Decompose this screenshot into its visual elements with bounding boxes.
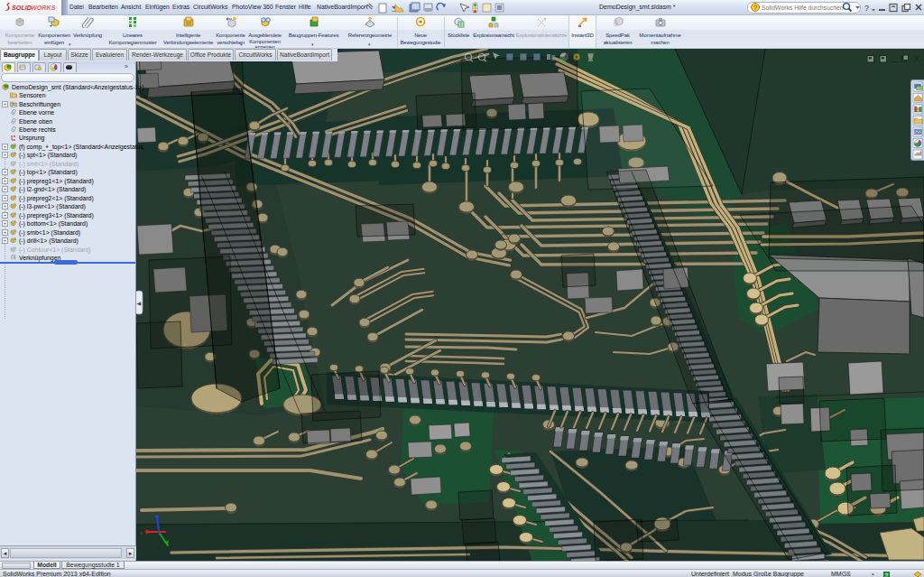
svg-text:WORKS: WORKS: [31, 4, 56, 12]
svg-text:◀: ◀: [137, 301, 142, 306]
svg-text:?: ?: [864, 4, 869, 13]
svg-text:?: ?: [753, 5, 757, 11]
svg-text:SOLID: SOLID: [12, 4, 32, 12]
